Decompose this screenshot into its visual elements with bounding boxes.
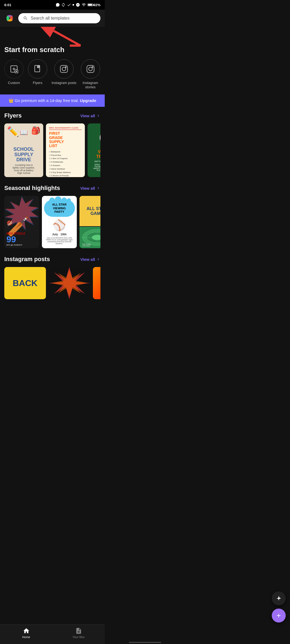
flyer3-date: SEPTEMBER 9TH, 6-9PM bbox=[94, 160, 100, 163]
instagram-grid: BACK bbox=[4, 267, 100, 299]
instagram-stories-label: Instagramstories bbox=[83, 81, 98, 89]
player-tagline: let's go meteors! bbox=[6, 244, 37, 246]
search-placeholder[interactable]: Search all templates bbox=[31, 16, 70, 21]
search-bar[interactable]: Search all templates bbox=[18, 13, 100, 23]
flyers-title: Flyers bbox=[4, 112, 22, 119]
bottom-spacer bbox=[0, 301, 105, 328]
list-item: 1 Box of Crayons bbox=[49, 157, 82, 160]
seasonal-card-game[interactable]: ALL STARGAME 3482 HinkleLake Road bbox=[79, 196, 100, 248]
seasonal-title: Seasonal highlights bbox=[4, 185, 60, 192]
canva-logo-svg bbox=[5, 14, 14, 23]
premium-banner[interactable]: 👑 Go premium with a 14-day free trial. U… bbox=[0, 94, 105, 107]
seasonal-grid: 🏏 MAX STEELE 99 let's go meteors! ALL ST… bbox=[4, 196, 100, 248]
svg-point-17 bbox=[92, 67, 93, 67]
status-time: 6:01 bbox=[4, 3, 11, 7]
flyer2-class: MRS. BOOKMAKER'S CLASS bbox=[49, 127, 82, 130]
upgrade-cta[interactable]: Upgrade bbox=[80, 98, 96, 103]
flyers-header: Flyers View all bbox=[4, 112, 100, 119]
flyers-icon bbox=[33, 65, 42, 73]
flyer1-subtitle: Accepting new &lightly used supplies.Dro… bbox=[13, 164, 35, 174]
starburst-svg bbox=[49, 267, 90, 299]
instagram-posts-icon bbox=[60, 65, 68, 73]
flyers-grid: ✏️ 🎒 📖 SCHOOLSUPPLYDRIVE Accepting new &… bbox=[4, 123, 100, 177]
allstar-details: Join us at MISSION HOLLOW PARK for an un… bbox=[44, 237, 75, 244]
svg-point-14 bbox=[66, 67, 66, 67]
notification-dot bbox=[73, 4, 74, 6]
list-item: Backpack bbox=[49, 150, 82, 154]
seasonal-view-all[interactable]: View all bbox=[80, 186, 100, 191]
instagram-stories-icon-circle bbox=[81, 59, 100, 79]
flyers-section: Flyers View all ✏️ 🎒 📖 SCHOOLSUPPLYDRIVE… bbox=[0, 107, 105, 179]
start-from-scratch-section: Start from scratch Custom bbox=[0, 46, 105, 94]
category-instagram-posts[interactable]: Instagram posts bbox=[52, 59, 77, 89]
flyer2-list: Backpack Pencil Box 1 Box of Crayons 3 N… bbox=[49, 150, 82, 177]
category-flyers[interactable]: Flyers bbox=[28, 59, 47, 89]
category-custom[interactable]: Custom bbox=[4, 59, 24, 89]
app-header: Search all templates bbox=[0, 10, 105, 27]
premium-text: Go premium with a 14-day free trial. bbox=[15, 98, 79, 103]
flyer-supply-list[interactable]: MRS. BOOKMAKER'S CLASS FIRSTGRADESUPPLYL… bbox=[46, 123, 85, 177]
chevron-right-icon bbox=[96, 114, 100, 118]
allstar-title: ALL STARVIEWING PARTY bbox=[48, 203, 71, 214]
stadium-address: 3482 HinkleLake Road bbox=[82, 243, 91, 247]
categories-list: Custom Flyers Instagram post bbox=[4, 59, 100, 90]
svg-rect-12 bbox=[60, 65, 68, 73]
book-emoji: 📖 bbox=[20, 129, 28, 136]
custom-icon bbox=[10, 65, 18, 73]
status-right: 92% bbox=[56, 3, 100, 7]
seasonal-card-allstar[interactable]: ALL STARVIEWING PARTY ⚾ July 10th Join u… bbox=[42, 196, 77, 248]
instagram-card-back[interactable]: BACK bbox=[4, 267, 46, 299]
flyer-varsity[interactable]: VARSITYTRY-OUTS SEPTEMBER 9TH, 6-9PM OPE… bbox=[88, 123, 100, 177]
all-star-game-title: ALL STARGAME bbox=[86, 206, 100, 216]
instagram-card-gradient[interactable] bbox=[93, 267, 100, 299]
svg-rect-15 bbox=[87, 65, 94, 73]
list-item: 3 Dry Erase Markers bbox=[49, 171, 82, 174]
flyer3-title: VARSITYTRY-OUTS bbox=[96, 149, 100, 159]
flyer2-title: FIRSTGRADESUPPLYLIST bbox=[49, 131, 82, 148]
backpack-emoji: 🎒 bbox=[31, 126, 41, 135]
cartoon-character: ⚾ bbox=[53, 219, 66, 232]
svg-point-19 bbox=[100, 130, 101, 145]
seasonal-card-baseball[interactable]: 🏏 MAX STEELE 99 let's go meteors! bbox=[4, 196, 39, 248]
flyers-view-all[interactable]: View all bbox=[80, 114, 100, 118]
svg-point-13 bbox=[62, 67, 66, 71]
list-item: 3 Notebooks bbox=[49, 160, 82, 164]
seasonal-header: Seasonal highlights View all bbox=[4, 185, 100, 192]
search-icon bbox=[23, 16, 28, 21]
battery-percent: 92% bbox=[93, 3, 100, 7]
list-item: Pencil Box bbox=[49, 154, 82, 157]
do-not-disturb-icon bbox=[76, 3, 80, 7]
list-item: 2 Erasers bbox=[49, 164, 82, 167]
custom-icon-circle bbox=[4, 59, 24, 79]
list-item: Hand Sanitizer bbox=[49, 167, 82, 171]
category-instagram-stories[interactable]: Instagramstories bbox=[81, 59, 100, 89]
seasonal-chevron-right-icon bbox=[96, 186, 100, 190]
svg-point-11 bbox=[38, 66, 39, 67]
instagram-view-all[interactable]: View all bbox=[80, 257, 100, 262]
check-icon bbox=[67, 3, 71, 7]
red-arrow-svg bbox=[0, 27, 105, 48]
flyer-school-supply[interactable]: ✏️ 🎒 📖 SCHOOLSUPPLYDRIVE Accepting new &… bbox=[4, 123, 43, 177]
premium-icon: 👑 bbox=[9, 98, 15, 103]
svg-point-16 bbox=[89, 67, 92, 71]
player-number: 99 bbox=[6, 235, 37, 244]
svg-line-1 bbox=[54, 31, 81, 46]
cloud-bubble: ALL STARVIEWING PARTY bbox=[44, 200, 75, 217]
battery-indicator: 92% bbox=[88, 3, 100, 7]
instagram-card-starburst[interactable] bbox=[49, 267, 90, 299]
message-icon bbox=[56, 3, 60, 7]
soccer-ball bbox=[99, 130, 101, 147]
wifi-icon bbox=[82, 3, 86, 7]
flyers-icon-circle bbox=[28, 59, 47, 79]
app-logo[interactable] bbox=[4, 13, 15, 24]
status-bar: 6:01 bbox=[0, 0, 105, 10]
back-text: BACK bbox=[13, 278, 37, 288]
instagram-title: Instagram posts bbox=[4, 256, 50, 263]
arrow-container bbox=[0, 27, 105, 46]
custom-label: Custom bbox=[8, 81, 20, 85]
sync-icon bbox=[61, 3, 66, 7]
instagram-chevron-right-icon bbox=[96, 257, 100, 261]
pencils-emoji: ✏️ bbox=[7, 126, 19, 137]
flyer3-details: OPEN TO ALL SKILL LEVELSTHOSE WHO DO NOT… bbox=[93, 164, 100, 171]
flyers-label: Flyers bbox=[33, 81, 42, 85]
